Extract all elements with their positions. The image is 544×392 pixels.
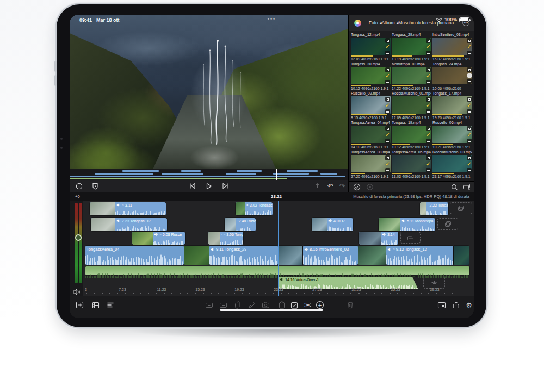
media-item[interactable]: TongassAerea_05.mp4✓13.03 4096x2160 1.9:…	[392, 150, 431, 178]
ruler-tick	[296, 293, 297, 294]
preview-monitor[interactable]	[70, 15, 348, 169]
gain-label: +0	[75, 194, 80, 199]
output-button[interactable]	[312, 181, 322, 191]
import-button[interactable]	[463, 183, 471, 191]
source-import-button[interactable]	[75, 301, 84, 309]
overlay-clip[interactable]: 2.48 Rusc	[225, 218, 256, 231]
paste-button[interactable]	[277, 301, 286, 309]
overlay-clip[interactable]: 2.22 Tonga	[420, 202, 448, 215]
clip-label: 3.02 Tongass	[246, 203, 273, 207]
split-scissors-button[interactable]: ✂	[304, 301, 312, 309]
skip-end-button[interactable]	[220, 181, 230, 191]
display-mode-button[interactable]	[437, 301, 446, 309]
timeline[interactable]: ≈3.113.02 Tongass2.22 Tonga7.23 Tongass_…	[70, 201, 474, 296]
media-item[interactable]: Monotropa_03.mp4✓14.22 4096x2160 1.9:1	[392, 62, 431, 90]
undo-button[interactable]: ↶	[325, 181, 335, 191]
main-track-clip[interactable]: 8.16 IntroSentiero_03	[303, 246, 358, 265]
media-item-thumbnail[interactable]: ✓	[351, 96, 391, 114]
media-item-thumbnail[interactable]: ✓	[432, 38, 472, 55]
music-track-clip[interactable]	[85, 266, 469, 275]
share-button[interactable]	[452, 301, 460, 309]
timeline-ruler[interactable]: 37.2311.2315.2319.2323.2327.2331.2335.23…	[70, 287, 474, 296]
search-button[interactable]	[451, 183, 459, 191]
main-clip-thumbnail[interactable]	[454, 246, 469, 265]
media-grid: Tongass_12.mp4✓12.09 4096x2160 1.9:1Tong…	[351, 33, 472, 178]
main-clip-thumbnail[interactable]	[184, 246, 209, 265]
redo-button[interactable]: ↷	[337, 181, 347, 191]
storage-badge-icon	[385, 109, 390, 114]
media-item[interactable]: Tongass_19.mp4✓10.12 4096x2160 1.9:1	[392, 121, 431, 149]
media-item-thumbnail[interactable]: ✓	[432, 126, 472, 143]
media-item-thumbnail[interactable]: ✓	[432, 96, 472, 114]
usage-bar	[392, 114, 416, 115]
media-item[interactable]: Tongass_12.mp4✓12.09 4096x2160 1.9:1	[351, 33, 391, 61]
snapshot-button[interactable]	[261, 301, 270, 309]
media-item[interactable]: TongassAerea_04.mp4✓14.10 4096x2160 1.9:…	[351, 121, 391, 149]
media-item[interactable]: Tongass_24.mp410.06 4096x2160	[432, 62, 472, 90]
overlay-clip[interactable]: 7.23 Tongass_17	[91, 218, 167, 231]
media-item[interactable]: Ruscello_06.mp4✓10.21 4096x2160 1.9:1	[432, 121, 472, 149]
link-button[interactable]	[233, 301, 242, 309]
media-item-thumbnail[interactable]: ✓	[432, 155, 472, 172]
main-track-clip[interactable]: TongassAerea_04	[85, 246, 184, 265]
media-item[interactable]: RocciaMuschio_01.mp4✓12.09 4096x2160 1.9…	[392, 91, 431, 120]
home-indicator[interactable]	[220, 309, 323, 311]
media-item[interactable]: Tongass_17.mp4✓19.20 4096x2160 1.9:1	[432, 91, 472, 120]
play-button[interactable]	[204, 181, 214, 191]
info-button[interactable]	[74, 181, 84, 191]
overlay-clip[interactable]: 3.02 Tongass	[236, 202, 273, 215]
overwrite-clip-button[interactable]	[219, 301, 227, 309]
playhead[interactable]	[278, 201, 279, 296]
media-item-thumbnail[interactable]: ✓	[351, 38, 391, 55]
media-item-meta: 10.12 4096x2160 1.9:1	[351, 86, 391, 90]
clip-drop-placeholder[interactable]	[400, 232, 421, 244]
media-item[interactable]: TongassAerea_08.mp4✓27.20 4096x2160 1.9:…	[351, 150, 391, 178]
overview-playhead[interactable]	[276, 169, 277, 180]
media-item-thumbnail[interactable]: ✓	[392, 96, 431, 114]
add-clip-button[interactable]: +	[316, 301, 324, 309]
clip-drop-placeholder[interactable]	[450, 202, 472, 214]
media-item[interactable]: Tongass_30.mp4✓10.12 4096x2160 1.9:1	[351, 62, 391, 90]
media-item-thumbnail[interactable]: ✓	[351, 126, 391, 143]
level-knob[interactable]	[75, 234, 82, 241]
audio-level-meter[interactable]	[75, 203, 82, 283]
overlay-clip[interactable]: 3.14	[359, 232, 398, 245]
media-item-thumbnail[interactable]: ✓	[392, 67, 431, 84]
clip-browser-button[interactable]	[91, 301, 100, 309]
media-item-thumbnail[interactable]: ✓	[392, 38, 431, 55]
main-clip-thumbnail[interactable]	[279, 246, 302, 265]
edit-pen-button[interactable]	[247, 301, 256, 309]
skip-start-button[interactable]	[187, 181, 197, 191]
marker-button[interactable]	[90, 181, 100, 191]
media-item-meta: 8.15 4096x2160 1.9:1	[351, 116, 391, 120]
media-item-thumbnail[interactable]	[432, 67, 472, 84]
select-button[interactable]	[290, 301, 299, 309]
overlay-clip[interactable]: 4.01 R	[312, 218, 353, 231]
main-track-clip[interactable]: ≈9.12 Tongass_12	[386, 246, 453, 265]
multi-select-button[interactable]	[353, 183, 361, 191]
media-item-thumbnail[interactable]: ✓	[392, 126, 431, 143]
media-item[interactable]: Ruscello_02.mp4✓8.15 4096x2160 1.9:1	[351, 91, 391, 120]
track-controls-button[interactable]	[106, 301, 115, 309]
main-track-clip[interactable]: 9.11 Tongass_29	[209, 246, 278, 265]
overlay-clip[interactable]: 5.11 Monotropa	[379, 218, 435, 231]
media-item[interactable]: IntroSentiero_03.mp4✓16.07 4096x2160 1.9…	[432, 33, 472, 61]
overlay-clip[interactable]: ≈3.11	[90, 202, 166, 215]
used-check-icon: ✓	[385, 73, 390, 79]
main-clip-thumbnail[interactable]	[358, 246, 386, 265]
timeline-overview[interactable]	[70, 169, 348, 180]
overlay-clip[interactable]: ≈3.06 Tong	[208, 232, 243, 245]
media-item-thumbnail[interactable]: ✓	[392, 155, 431, 172]
settings-gear-button[interactable]: ⚙	[465, 301, 473, 309]
insert-clip-button[interactable]	[205, 301, 213, 309]
media-item-thumbnail[interactable]: ✓	[351, 155, 391, 172]
app-menu-dots[interactable]: •••	[268, 16, 276, 22]
delete-button[interactable]	[346, 301, 355, 309]
clip-drop-placeholder[interactable]	[437, 218, 458, 230]
media-item[interactable]: Tongass_29.mp4✓13.19 4096x2160 1.9:1	[392, 33, 431, 61]
record-button[interactable]	[366, 183, 374, 191]
overlay-clip[interactable]: ≈5.08 Rusce	[132, 232, 185, 245]
media-item-thumbnail[interactable]: ✓	[351, 67, 391, 84]
media-item[interactable]: RocciaMuschio_03.mp4✓23.17 4096x2160 1.9…	[432, 150, 472, 178]
overview-audio-segment	[70, 178, 287, 179]
